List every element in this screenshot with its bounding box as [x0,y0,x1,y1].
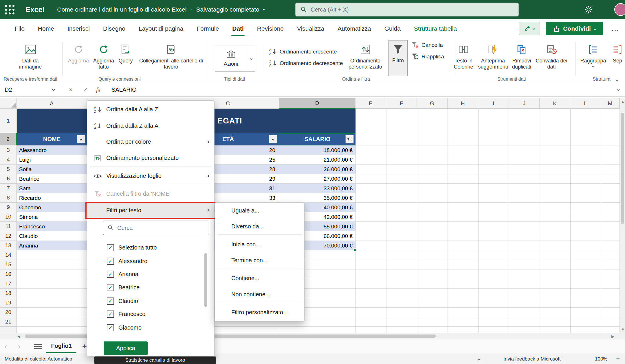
custom-sort-button[interactable]: Ordinamento personalizzato [345,41,386,75]
data-types-dropdown[interactable] [247,45,255,71]
checkbox-checked-icon[interactable]: ✓ [107,298,114,305]
checkbox-checked-icon[interactable]: ✓ [107,271,114,278]
filter-checkbox-item[interactable]: ✓ Giacomo [87,321,214,334]
column-header-m[interactable]: M [601,98,619,109]
submenu-item-non-contiene[interactable]: Non contiene... [215,287,304,302]
document-title[interactable]: Come ordinare i dati in un foglio di cal… [57,6,186,13]
scroll-left-icon[interactable]: ◀ [17,334,20,339]
avatar[interactable] [614,3,625,16]
search-input[interactable] [311,6,514,13]
row-header[interactable]: 10 [0,212,17,222]
row-header[interactable]: 15 [0,260,17,269]
zoom-level[interactable]: 100% [595,354,607,364]
column-header-e[interactable]: E [355,98,386,109]
scroll-up-icon[interactable]: ▲ [621,99,625,104]
select-all-corner[interactable] [0,98,17,109]
submenu-item-termina-con[interactable]: Termina con... [215,252,304,268]
workbook-stats-button[interactable]: Statistiche cartella di lavoro [94,356,216,364]
zoom-in-button[interactable]: + [616,354,620,364]
cell-nome[interactable]: Giacomo [19,203,41,212]
filter-dropdown-button[interactable] [77,135,85,143]
filter-checkbox-item[interactable]: ✓ Claudio [87,294,214,308]
submenu-item-contiene[interactable]: Contiene... [215,270,304,286]
submenu-item-diverso-da[interactable]: Diverso da... [215,219,304,234]
row-header[interactable]: 1 [0,109,17,133]
add-sheet-button[interactable]: + [82,339,87,353]
column-header-h[interactable]: H [448,98,478,109]
tab-visualizza[interactable]: Visualizza [290,19,331,38]
column-header-a[interactable]: A [17,98,87,109]
filter-applied-button[interactable]: ↓ [345,135,354,143]
refresh-button[interactable]: Aggiorna [66,41,91,75]
cell-salario[interactable]: 27.000,00 € [279,174,353,184]
row-header[interactable]: 16 [0,269,17,279]
row-header[interactable]: 13 [0,241,17,250]
row-header[interactable]: 18 [0,289,17,298]
sort-ascending-button[interactable]: AZ Ordinamento crescente [269,47,337,56]
filter-checkbox-item[interactable]: ✓ Beatrice [87,281,214,294]
cell-nome[interactable]: Francesco [19,222,45,231]
filter-search-box[interactable] [103,221,209,235]
sort-descending-button[interactable]: ZA Ordinamento decrescente [269,59,343,67]
submenu-item-inizia-con[interactable]: Inizia con... [215,236,304,252]
share-button[interactable]: Condividi [546,22,603,35]
tab-struttura-tabella[interactable]: Struttura tabella [407,19,463,38]
ungroup-button[interactable]: Sep [607,41,625,75]
filter-list-scrollbar-thumb[interactable] [204,253,207,307]
column-header-j[interactable]: J [509,98,540,109]
clear-filter-button[interactable]: Cancella [411,41,443,49]
filter-checkbox-item[interactable]: ✓ Alessandro [87,254,214,268]
row-header[interactable]: 6 [0,174,17,184]
submenu-item-filtro-personalizzato[interactable]: Filtro personalizzato... [215,304,304,320]
filter-dropdown-button[interactable] [269,135,277,143]
filter-checkbox-item[interactable]: ✓ Francesco [87,307,214,321]
editing-mode-button[interactable] [519,22,540,35]
cell-salario[interactable]: 35.000,00 € [279,193,353,203]
ribbon-collapse-chevron-icon[interactable] [616,77,618,82]
group-button[interactable]: Raggruppa [581,41,606,75]
vertical-scrollbar[interactable]: ▲ ▼ [619,98,625,333]
cell-nome[interactable]: Alessandro [19,145,47,155]
menu-item-sheet-view[interactable]: Visualizzazione foglio [87,168,214,184]
filter-checkbox-item[interactable]: ✓ Arianna [87,267,214,281]
fill-handle[interactable] [353,248,357,252]
menu-item-text-filters[interactable]: Filtri per testo [87,203,214,218]
enter-icon[interactable]: ✓ [83,83,88,96]
search-box[interactable] [295,3,519,16]
menu-item-sort-az[interactable]: AZ Ordina dalla A alla Z [87,101,214,117]
row-header[interactable]: 9 [0,203,17,212]
formula-bar-expand-chevron-icon[interactable] [617,88,620,91]
flash-fill-button[interactable]: Anteprima suggerimenti [477,41,509,75]
row-header[interactable]: 8 [0,193,17,203]
save-status[interactable]: Salvataggio completato [196,6,259,13]
all-sheets-menu-icon[interactable] [34,344,42,349]
cancel-icon[interactable]: × [69,83,73,96]
filter-search-input[interactable] [117,225,205,231]
cell-salario[interactable]: 18.000,00 € [279,145,353,155]
cell-nome[interactable]: Simona [19,212,38,222]
cell-nome[interactable]: Claudio [19,231,38,241]
apply-button[interactable]: Applica [104,341,148,355]
checkbox-checked-icon[interactable]: ✓ [107,258,114,265]
app-name[interactable]: Excel [25,5,44,14]
table-header-nome[interactable]: NOME [17,133,87,145]
column-header-d[interactable]: D [279,98,355,109]
menu-item-clear-filter[interactable]: Cancella filtro da 'NOME' [87,186,214,202]
tab-inserisci[interactable]: Inserisci [61,19,96,38]
menu-item-sort-za[interactable]: ZA Ordina dalla Z alla A [87,118,214,134]
tab-automatizza[interactable]: Automatizza [331,19,378,38]
row-header[interactable]: 11 [0,222,17,231]
vertical-scrollbar-thumb[interactable] [621,113,624,224]
column-header-i[interactable]: I [478,98,509,109]
cell-salario[interactable]: 33.000,00 € [279,184,353,193]
name-box-chevron-icon[interactable] [52,88,55,91]
calc-mode-button[interactable]: Modalità di calcolo: Automatico [5,354,72,364]
column-header-k[interactable]: K [540,98,570,109]
cell-nome[interactable]: Riccardo [19,193,41,203]
sheet-prev-icon[interactable]: ‹ [5,339,7,353]
row-header[interactable]: 14 [0,250,17,260]
column-header-g[interactable]: G [417,98,448,109]
checkbox-checked-icon[interactable]: ✓ [107,324,114,331]
save-status-chevron-icon[interactable] [263,8,265,10]
name-box[interactable]: D2 [0,83,59,96]
